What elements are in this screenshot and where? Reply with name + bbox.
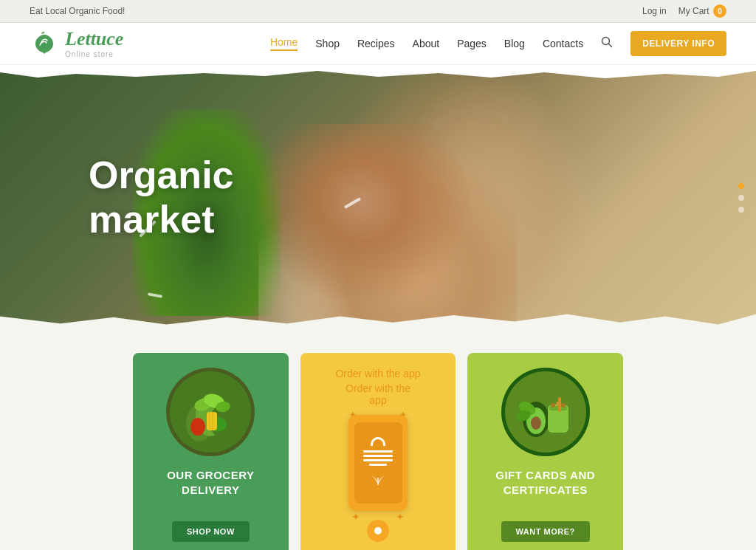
phone-wrapper: ✦ ✦ ✦ ✦ xyxy=(348,415,408,520)
nav-pages[interactable]: Pages xyxy=(457,38,487,49)
svg-point-7 xyxy=(190,418,205,436)
hero-dot-2[interactable] xyxy=(738,195,744,201)
hero-person-overlay xyxy=(258,124,517,331)
svg-point-24 xyxy=(556,402,560,406)
grocery-shop-btn[interactable]: SHOP NOW xyxy=(172,521,250,542)
svg-line-2 xyxy=(609,44,612,47)
gift-want-more-btn[interactable]: WANT MORE? xyxy=(501,521,590,542)
phone-inner xyxy=(354,422,402,503)
hero-dots[interactable] xyxy=(738,183,744,213)
search-icon[interactable] xyxy=(601,36,613,51)
logo[interactable]: Lettuce Online store xyxy=(30,29,123,58)
basket-line-1 xyxy=(363,450,393,453)
hero-dot-3[interactable] xyxy=(738,207,744,213)
basket-plant xyxy=(367,472,389,489)
app-card-subtitle: Order with the app xyxy=(335,368,420,379)
grocery-card: OUR GROCERYDELIVERY SHOP NOW xyxy=(133,353,289,550)
hero: Organic market xyxy=(0,65,756,331)
gift-card: GIFT CARDS ANDCERTIFICATES WANT MORE? xyxy=(467,353,623,550)
cart-badge: 0 xyxy=(713,4,726,18)
nav-blog[interactable]: Blog xyxy=(504,38,525,49)
basket-line-3 xyxy=(363,459,393,461)
nav-shop[interactable]: Shop xyxy=(315,38,340,49)
hero-title-line1: Organic xyxy=(89,154,234,198)
logo-subtitle: Online store xyxy=(65,50,123,58)
nav-about[interactable]: About xyxy=(413,38,440,49)
grocery-card-title: OUR GROCERYDELIVERY xyxy=(167,468,254,497)
phone-illustration xyxy=(348,415,408,511)
plant-icon xyxy=(367,472,389,487)
nav-recipes[interactable]: Recipes xyxy=(357,38,395,49)
svg-rect-10 xyxy=(209,412,210,430)
svg-point-0 xyxy=(43,35,46,38)
nav-contacts[interactable]: Contacts xyxy=(543,38,583,49)
svg-point-23 xyxy=(551,403,555,408)
basket-line-4 xyxy=(369,464,387,466)
top-bar-right: Log in My Cart 0 xyxy=(642,4,726,18)
grocery-card-image xyxy=(166,368,255,456)
delivery-btn[interactable]: DELIVERY INFO xyxy=(630,31,726,56)
grocery-image-svg xyxy=(170,371,251,453)
main-nav: Home Shop Recipes About Pages Blog Conta… xyxy=(270,31,726,56)
cards-section: OUR GROCERYDELIVERY SHOP NOW Order with … xyxy=(0,331,756,550)
sparkle-br: ✦ xyxy=(396,511,405,523)
basket-handle xyxy=(371,437,385,446)
promo-text: Eat Local Organic Food! xyxy=(30,6,125,16)
app-card: Order with the app Order with theapp ✦ ✦… xyxy=(300,353,456,550)
header: Lettuce Online store Home Shop Recipes A… xyxy=(0,23,756,65)
basket-lines xyxy=(363,450,393,466)
svg-point-25 xyxy=(561,403,566,408)
svg-point-19 xyxy=(531,416,541,430)
sparkle-bl: ✦ xyxy=(351,511,360,523)
cart-link[interactable]: My Cart 0 xyxy=(678,4,726,18)
gift-card-image xyxy=(501,368,590,456)
app-dot-inner xyxy=(374,527,382,534)
logo-icon xyxy=(30,29,59,58)
nav-home[interactable]: Home xyxy=(270,36,298,51)
app-card-subtitle-rendered: Order with theapp xyxy=(346,382,410,406)
cart-label: My Cart xyxy=(678,6,709,16)
hero-title-line2: market xyxy=(89,198,234,242)
hero-title: Organic market xyxy=(89,154,234,242)
logo-name: Lettuce xyxy=(65,29,123,50)
hero-dot-1[interactable] xyxy=(738,183,744,189)
gift-card-title: GIFT CARDS ANDCERTIFICATES xyxy=(495,468,595,497)
hero-text-block: Organic market xyxy=(89,154,234,242)
svg-rect-11 xyxy=(212,412,213,430)
gift-image-svg xyxy=(505,371,586,453)
basket-line-2 xyxy=(363,455,393,457)
app-dot-indicator[interactable] xyxy=(367,520,389,542)
login-link[interactable]: Log in xyxy=(642,6,667,16)
logo-text-wrap: Lettuce Online store xyxy=(65,29,123,58)
top-bar: Eat Local Organic Food! Log in My Cart 0 xyxy=(0,0,756,23)
